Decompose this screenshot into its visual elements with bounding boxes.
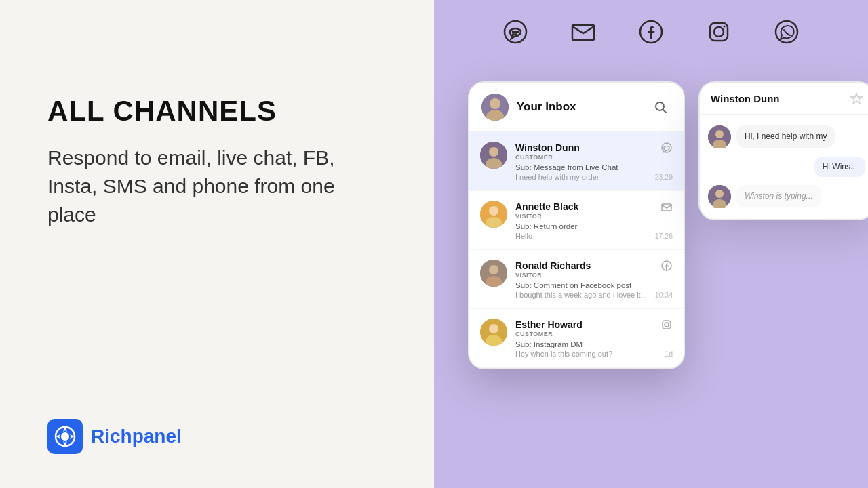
left-panel: ALL CHANNELS Respond to email, live chat…	[0, 0, 434, 488]
typing-indicator: Winston is typing...	[708, 185, 865, 208]
chat-detail-panel: Winston Dunn Hi, I need help with my Hi …	[698, 81, 868, 220]
conv-item-annette[interactable]: Annette Black VISITOR Sub: Return order …	[469, 191, 684, 250]
brand-logo	[47, 419, 83, 454]
inbox-title: Your Inbox	[517, 100, 642, 114]
conv-badge-ronald: VISITOR	[515, 272, 673, 279]
conv-subject-ronald: Sub: Comment on Facebook post	[515, 281, 673, 289]
conv-time-annette: 17:26	[655, 232, 673, 240]
whatsapp-channel-icon[interactable]	[770, 15, 804, 49]
star-icon[interactable]	[850, 92, 863, 104]
conv-badge-annette: VISITOR	[515, 213, 673, 220]
customer-message-1-text: Hi, I need help with my	[736, 125, 835, 148]
conv-name-esther: Esther Howard	[515, 319, 583, 330]
instagram-channel-badge-esther	[660, 319, 673, 331]
conv-avatar-annette	[480, 201, 507, 228]
chat-header: Winston Dunn	[700, 83, 868, 115]
facebook-channel-icon[interactable]	[634, 15, 668, 49]
conv-info-ronald: Ronald Richards VISITOR Sub: Comment on …	[515, 260, 673, 299]
email-channel-badge-annette	[660, 201, 673, 213]
svg-rect-7	[710, 23, 728, 41]
svg-point-9	[724, 26, 726, 28]
svg-marker-34	[851, 94, 862, 104]
conv-name-winston: Winston Dunn	[515, 142, 580, 153]
left-content: ALL CHANNELS Respond to email, live chat…	[47, 95, 387, 229]
conv-subject-winston: Sub: Message from Live Chat	[515, 163, 673, 171]
svg-point-25	[489, 265, 498, 274]
instagram-channel-icon[interactable]	[702, 15, 736, 49]
conv-badge-esther: CUSTOMER	[515, 331, 673, 338]
conv-info-annette: Annette Black VISITOR Sub: Return order …	[515, 201, 673, 240]
facebook-channel-badge-ronald	[660, 260, 673, 272]
svg-point-1	[61, 432, 69, 441]
svg-rect-23	[662, 204, 671, 211]
conversation-list: Winston Dunn CUSTOMER Sub: Message from …	[469, 132, 684, 368]
svg-point-39	[715, 190, 724, 198]
inbox-header: Your Inbox	[469, 83, 684, 132]
right-panel: Your Inbox	[434, 0, 868, 488]
richpanel-logo-icon	[54, 425, 77, 448]
svg-point-32	[665, 323, 669, 327]
conv-name-ronald: Ronald Richards	[515, 260, 591, 271]
brand: Richpanel	[47, 419, 387, 454]
svg-point-17	[489, 147, 498, 157]
conv-time-winston: 23:29	[655, 173, 673, 181]
chat-channel-badge-winston	[660, 142, 673, 154]
chat-message-customer-1: Hi, I need help with my	[708, 125, 865, 148]
brand-name: Richpanel	[91, 426, 182, 447]
inbox-avatar	[481, 94, 509, 121]
conv-item-ronald[interactable]: Ronald Richards VISITOR Sub: Comment on …	[469, 250, 684, 309]
conv-preview-ronald: I bought this a week ago and I lovee it.…	[515, 291, 650, 299]
inbox-panel: Your Inbox	[468, 81, 685, 369]
conv-preview-esther: Hey when is this coming out?	[515, 350, 659, 358]
svg-point-36	[715, 130, 724, 138]
customer-avatar-chat	[708, 125, 731, 148]
conv-name-annette: Annette Black	[515, 201, 578, 212]
conv-time-ronald: 10:34	[655, 291, 673, 299]
conv-subject-annette: Sub: Return order	[515, 222, 673, 230]
headline: ALL CHANNELS	[47, 95, 387, 127]
conv-avatar-winston	[480, 142, 507, 169]
svg-rect-31	[663, 321, 671, 329]
chat-channel-icon[interactable]	[498, 15, 532, 49]
search-button[interactable]	[650, 96, 671, 118]
svg-point-21	[489, 206, 498, 216]
conv-avatar-ronald	[480, 260, 507, 287]
conv-preview-annette: Hello	[515, 232, 650, 240]
conv-item-winston[interactable]: Winston Dunn CUSTOMER Sub: Message from …	[469, 132, 684, 191]
channel-icons-bar	[434, 0, 868, 64]
customer-avatar-typing	[708, 185, 731, 208]
svg-line-15	[663, 110, 667, 113]
typing-text: Winston is typing...	[736, 185, 821, 207]
conv-badge-winston: CUSTOMER	[515, 154, 673, 161]
agent-reply-1: Hi Wins...	[814, 157, 865, 177]
conv-avatar-esther	[480, 319, 507, 346]
svg-point-12	[490, 98, 500, 109]
conv-info-winston: Winston Dunn CUSTOMER Sub: Message from …	[515, 142, 673, 181]
subtext: Respond to email, live chat, FB, Insta, …	[47, 144, 387, 229]
chat-messages: Hi, I need help with my Hi Wins... Winst…	[700, 115, 868, 219]
svg-point-29	[489, 324, 498, 333]
conv-subject-esther: Sub: Instagram DM	[515, 340, 673, 348]
chat-contact-name: Winston Dunn	[711, 93, 845, 104]
svg-point-33	[669, 322, 670, 323]
conv-preview-winston: I need help with my order	[515, 173, 650, 181]
conv-time-esther: 1d	[665, 350, 673, 358]
svg-point-8	[714, 27, 724, 37]
conv-info-esther: Esther Howard CUSTOMER Sub: Instagram DM…	[515, 319, 673, 358]
conv-item-esther[interactable]: Esther Howard CUSTOMER Sub: Instagram DM…	[469, 309, 684, 368]
email-channel-icon[interactable]	[566, 15, 600, 49]
